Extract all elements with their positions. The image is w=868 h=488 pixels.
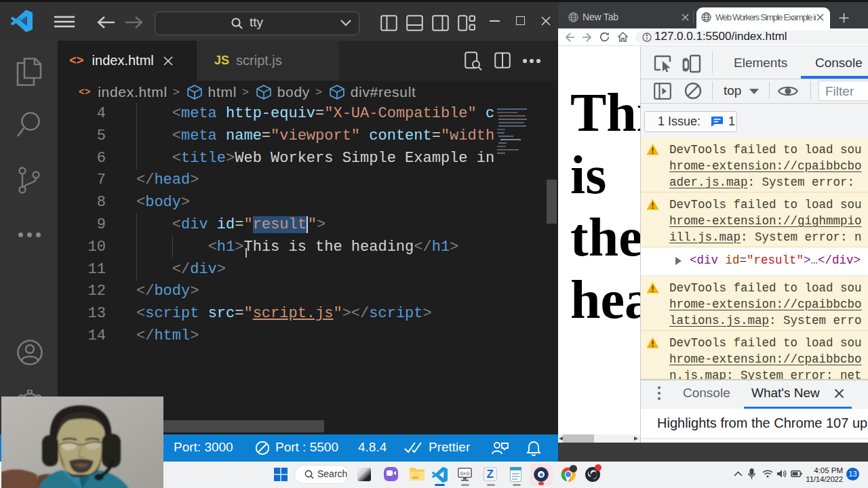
svg-text:S×G: S×G — [460, 471, 469, 476]
